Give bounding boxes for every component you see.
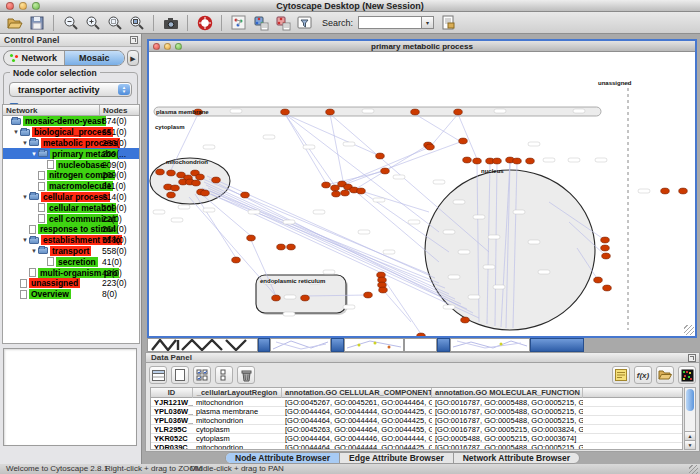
- background-window-titlebar[interactable]: [530, 338, 584, 352]
- graph-node[interactable]: [341, 190, 350, 196]
- graph-node[interactable]: [171, 185, 180, 191]
- graph-edge[interactable]: [458, 114, 477, 159]
- tree-row-cellular-metabol[interactable]: cellular metabol209(0): [3, 202, 139, 213]
- network-canvas[interactable]: plasma membranecytoplasmmitochondrionnuc…: [149, 52, 695, 336]
- tree-row-nitrogen-compo[interactable]: nitrogen compo209(0): [3, 170, 139, 181]
- table-row-ydr039c-1[interactable]: YDR039C__1mitochondrion[GO:0044464, GO:0…: [151, 443, 682, 450]
- graph-node[interactable]: [281, 109, 290, 115]
- graph-node[interactable]: [602, 253, 611, 259]
- tab-network-attribute-browser[interactable]: Network Attribute Browser: [453, 453, 579, 463]
- vizmapper-icon[interactable]: [296, 14, 313, 31]
- graph-edge[interactable]: [199, 192, 251, 236]
- scroll-down-icon[interactable]: ▼: [685, 440, 695, 449]
- open-session-icon[interactable]: [6, 14, 23, 31]
- tree-column-network[interactable]: Network: [3, 105, 100, 115]
- tab-network[interactable]: Network: [4, 51, 64, 65]
- graph-edge[interactable]: [354, 190, 439, 262]
- delete-attribute-icon[interactable]: [237, 366, 255, 384]
- background-window-edge[interactable]: [331, 338, 344, 352]
- graph-node[interactable]: [301, 295, 310, 301]
- graph-node[interactable]: [156, 169, 165, 175]
- tree-row-cellular-process[interactable]: ▼cellular process614(0): [3, 192, 139, 203]
- graph-node[interactable]: [364, 292, 373, 298]
- zoom-in-icon[interactable]: [84, 14, 101, 31]
- expand-arrow-icon[interactable]: ▼: [21, 194, 29, 200]
- graph-node[interactable]: [513, 158, 522, 164]
- graph-node[interactable]: [594, 277, 603, 283]
- tree-row-mosaic-demo-yeast[interactable]: mosaic-demo-yeast874(0): [3, 116, 139, 127]
- graph-node[interactable]: [381, 168, 390, 174]
- import-attributes-icon[interactable]: [656, 366, 674, 384]
- graph-node[interactable]: [241, 192, 250, 198]
- graph-node[interactable]: [167, 192, 176, 198]
- graph-node[interactable]: [411, 109, 420, 115]
- import-network-icon[interactable]: [252, 14, 269, 31]
- graph-edge[interactable]: [195, 194, 236, 258]
- graph-node[interactable]: [322, 182, 331, 188]
- network-view-window[interactable]: primary metabolic process plasma membran…: [147, 39, 697, 338]
- attribute-matrix-icon[interactable]: [678, 366, 696, 384]
- new-attribute-icon[interactable]: [171, 366, 189, 384]
- tree-row-nucleobase[interactable]: nucleobase-209(0): [3, 159, 139, 170]
- expand-arrow-icon[interactable]: ▼: [12, 129, 20, 135]
- window-resize-grip[interactable]: [689, 465, 698, 474]
- graph-node[interactable]: [277, 244, 286, 250]
- column-header-annotation-go-molecular-function[interactable]: annotation.GO MOLECULAR_FUNCTION: [432, 388, 583, 398]
- close-button[interactable]: [6, 2, 14, 10]
- graph-node[interactable]: [459, 138, 468, 144]
- graph-node[interactable]: [463, 157, 472, 163]
- graph-node[interactable]: [661, 188, 670, 194]
- graph-node[interactable]: [272, 295, 281, 301]
- zoom-selected-icon[interactable]: [106, 14, 123, 31]
- advanced-search-icon[interactable]: [439, 14, 456, 31]
- expand-arrow-icon[interactable]: ▼: [21, 140, 29, 146]
- graph-node[interactable]: [167, 170, 176, 176]
- graph-node[interactable]: [196, 174, 205, 180]
- graph-edge[interactable]: [430, 114, 458, 147]
- minimize-button[interactable]: [164, 43, 171, 50]
- graph-node[interactable]: [247, 235, 256, 241]
- select-attributes-icon[interactable]: [149, 366, 167, 384]
- tab-mosaic[interactable]: Mosaic: [64, 51, 125, 65]
- tab-node-attribute-browser[interactable]: Node Attribute Browser: [226, 453, 339, 463]
- graph-edge[interactable]: [415, 114, 463, 143]
- float-panel-icon[interactable]: [130, 36, 138, 44]
- graph-node[interactable]: [326, 109, 335, 115]
- graph-node[interactable]: [201, 190, 210, 196]
- graph-node[interactable]: [603, 285, 612, 291]
- function-builder-icon[interactable]: f(x): [634, 366, 652, 384]
- tree-row-response-to-stimul[interactable]: response to stimul264(0): [3, 224, 139, 235]
- graph-edge[interactable]: [330, 114, 345, 191]
- background-window-edge[interactable]: [258, 338, 270, 352]
- column-header-id[interactable]: ID: [151, 388, 193, 398]
- graph-node[interactable]: [287, 244, 296, 250]
- background-window-sliver[interactable]: [450, 338, 530, 352]
- network-overview-icon[interactable]: [230, 14, 247, 31]
- tree-row-macromolecule[interactable]: macromolecule311(0): [3, 181, 139, 192]
- search-dropdown-arrow-icon[interactable]: ▾: [422, 16, 434, 29]
- save-session-icon[interactable]: [28, 14, 45, 31]
- window-titlebar[interactable]: Cytoscape Desktop (New Session): [0, 0, 700, 12]
- background-window-edge[interactable]: [437, 338, 450, 352]
- birds-eye-view[interactable]: [3, 348, 137, 446]
- scrollbar-thumb[interactable]: [686, 389, 694, 411]
- graph-node[interactable]: [454, 109, 463, 115]
- graph-node[interactable]: [426, 144, 435, 150]
- graph-node[interactable]: [526, 158, 535, 164]
- expand-arrow-icon[interactable]: ▼: [21, 237, 29, 243]
- graph-node[interactable]: [461, 317, 470, 323]
- graph-node[interactable]: [493, 158, 502, 164]
- select-all-attributes-icon[interactable]: [193, 366, 211, 384]
- tab-overflow-arrow[interactable]: ▶: [127, 50, 139, 66]
- minimize-button[interactable]: [19, 2, 27, 10]
- unselect-all-attributes-icon[interactable]: [215, 366, 233, 384]
- table-scrollbar[interactable]: ▲ ▼: [684, 387, 696, 450]
- help-icon[interactable]: [196, 14, 213, 31]
- graph-edge[interactable]: [207, 176, 435, 278]
- graph-node[interactable]: [601, 237, 610, 243]
- import-network-red-icon[interactable]: [274, 14, 291, 31]
- search-input[interactable]: [358, 16, 422, 29]
- graph-node[interactable]: [601, 245, 610, 251]
- graph-edge[interactable]: [383, 290, 411, 322]
- graph-node[interactable]: [357, 188, 366, 194]
